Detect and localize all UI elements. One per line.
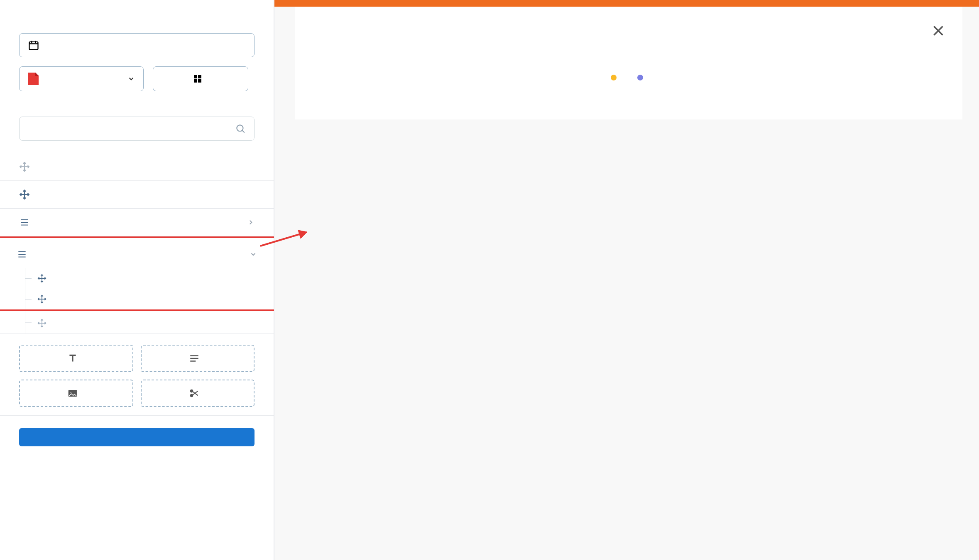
add-text-button[interactable]	[141, 345, 255, 372]
preview-accent-bar	[274, 0, 979, 7]
move-icon	[19, 189, 30, 200]
image-icon	[67, 388, 78, 399]
svg-point-7	[70, 392, 71, 393]
move-icon	[37, 295, 47, 304]
pdf-icon	[28, 73, 39, 85]
list-icon	[17, 249, 27, 260]
legend-item	[637, 75, 647, 80]
move-icon	[19, 161, 30, 172]
template-button[interactable]	[153, 66, 248, 91]
nav-item-analytics[interactable]	[0, 241, 274, 268]
text-icon	[189, 353, 200, 364]
save-report-button[interactable]	[19, 428, 255, 446]
section-list	[0, 153, 274, 334]
list-icon	[19, 217, 30, 228]
nav-item-cover-page[interactable]	[0, 153, 274, 181]
nav-item-toc[interactable]	[0, 181, 274, 209]
svg-rect-0	[29, 42, 38, 50]
search-input[interactable]	[28, 123, 235, 134]
subnav-traffic[interactable]	[0, 289, 274, 309]
chevron-right-icon	[247, 219, 255, 226]
legend-item	[611, 75, 621, 80]
format-select[interactable]	[19, 66, 144, 91]
add-pagebreak-button[interactable]	[141, 380, 255, 407]
date-range-picker[interactable]	[19, 33, 255, 57]
subnav-pages[interactable]	[0, 311, 274, 334]
chevron-down-icon	[127, 75, 135, 83]
move-icon	[37, 274, 47, 283]
svg-rect-3	[194, 79, 197, 83]
search-box[interactable]	[19, 117, 255, 141]
add-image-button[interactable]	[19, 380, 133, 407]
preview-pane	[274, 0, 979, 560]
nav-item-rankings[interactable]	[0, 209, 274, 236]
sidebar	[0, 0, 274, 560]
subnav-overview[interactable]	[0, 268, 274, 289]
svg-rect-4	[198, 79, 201, 83]
scissors-icon	[189, 388, 200, 399]
calendar-icon	[28, 39, 39, 51]
analytics-highlight	[0, 236, 278, 311]
chevron-down-icon	[250, 251, 257, 258]
svg-rect-2	[198, 75, 201, 78]
svg-point-5	[237, 125, 243, 131]
svg-rect-1	[194, 75, 197, 78]
search-icon	[235, 123, 246, 134]
legend	[312, 75, 946, 80]
close-icon	[931, 23, 946, 38]
grid-icon	[193, 74, 203, 84]
title-icon	[67, 353, 78, 364]
add-title-button[interactable]	[19, 345, 133, 372]
move-icon	[37, 319, 47, 328]
close-button[interactable]	[931, 23, 946, 40]
